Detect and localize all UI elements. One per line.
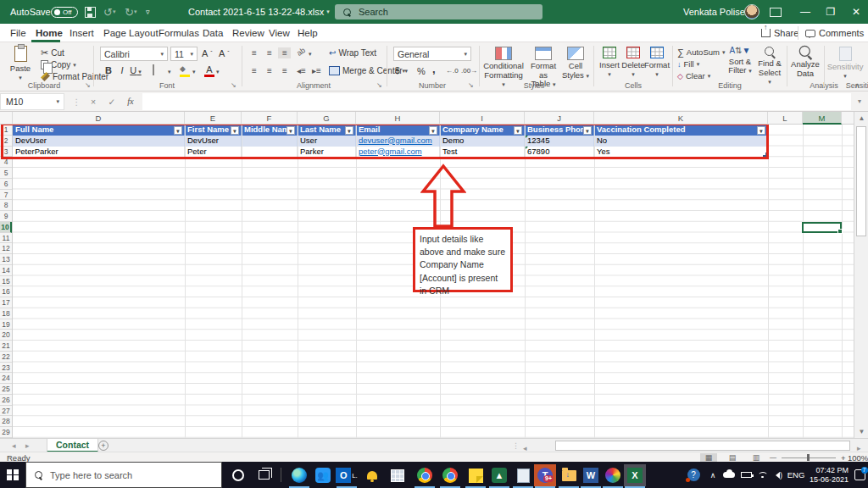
bold-button[interactable]: B [102, 64, 115, 77]
taskbar-notifications-app-button[interactable] [361, 464, 383, 486]
col-header-D[interactable]: D [13, 112, 185, 125]
font-color-button[interactable]: A [203, 64, 216, 77]
tray-show-hidden-icons[interactable]: ∧ [705, 462, 721, 488]
taskbar-chrome-profile2-button[interactable] [439, 464, 461, 486]
col-header-J[interactable]: J [525, 112, 594, 125]
taskbar-teams-button[interactable]: T9+ [534, 464, 556, 486]
align-left-button[interactable]: ≡ [248, 65, 260, 76]
row-header-16[interactable]: 16 [0, 286, 12, 297]
clipboard-dialog-launcher[interactable]: ↘ [85, 81, 91, 89]
format-cells-button[interactable]: Format▾ [646, 47, 668, 79]
col-header-L[interactable]: L [768, 112, 803, 125]
percent-style-button[interactable]: % [417, 65, 426, 76]
zoom-slider-thumb[interactable] [807, 454, 810, 461]
row-header-19[interactable]: 19 [0, 319, 12, 330]
scroll-up-button[interactable]: ▲ [854, 112, 868, 125]
row-header-29[interactable]: 29 [0, 427, 12, 438]
splitter-handle[interactable]: ⋮ [512, 439, 520, 452]
row-header-22[interactable]: 22 [0, 352, 12, 363]
row-header-5[interactable]: 5 [0, 168, 12, 179]
row-header-21[interactable]: 21 [0, 341, 12, 352]
grid-body[interactable]: 1234567891011121314151617181920212223242… [0, 125, 854, 438]
undo-button[interactable]: ↺▾ [103, 0, 115, 24]
tray-wifi-button[interactable] [754, 462, 770, 488]
taskbar-paint-button[interactable] [602, 464, 624, 486]
sort-filter-button[interactable]: A⇅▼ Sort &Filter ▾ [726, 47, 754, 76]
row-header-9[interactable]: 9 [0, 211, 12, 222]
avatar[interactable] [744, 0, 760, 24]
cell-styles-button[interactable]: CellStyles ▾ [561, 47, 590, 80]
row-header-26[interactable]: 26 [0, 395, 12, 406]
decrease-font-button[interactable]: Aˇ [219, 47, 230, 58]
zoom-in-button[interactable]: + [841, 453, 846, 463]
align-top-button[interactable]: ≡ [248, 47, 260, 58]
annotation-text-box[interactable]: Input details like above and make sure C… [413, 227, 513, 292]
decrease-indent-button[interactable]: ◂≡ [295, 65, 308, 76]
selected-cell-M10[interactable] [802, 222, 842, 234]
insert-cells-button[interactable]: Insert▾ [598, 47, 620, 79]
delete-cells-button[interactable]: Delete▾ [622, 47, 644, 79]
wrap-text-button[interactable]: ↩Wrap Text [329, 47, 376, 58]
accounting-format-button[interactable]: $▾ [395, 65, 405, 76]
row-header-8[interactable]: 8 [0, 200, 12, 211]
font-size-select[interactable]: 11▾ [170, 47, 198, 61]
orientation-button[interactable]: ab [295, 46, 307, 58]
row-header-10[interactable]: 10 [0, 222, 12, 233]
increase-decimal-button[interactable]: ←.0 [446, 65, 459, 76]
row-header-23[interactable]: 23 [0, 363, 12, 374]
align-middle-button[interactable]: ≡ [263, 47, 275, 58]
add-sheet-button[interactable]: + [98, 441, 108, 451]
enter-formula-button[interactable]: ✓ [103, 93, 120, 110]
col-header-I[interactable]: I [440, 112, 525, 125]
align-center-button[interactable]: ≡ [263, 65, 275, 76]
autosave-toggle[interactable]: Off [51, 0, 78, 24]
copy-button[interactable]: Copy ▾ [41, 59, 76, 70]
clear-button[interactable]: ◇Clear ▾ [677, 70, 710, 81]
scroll-down-button[interactable]: ▼ [854, 425, 868, 438]
restore-button[interactable]: ❐ [818, 0, 843, 24]
task-view-button[interactable] [253, 462, 275, 488]
fill-color-caret[interactable]: ▾ [192, 69, 196, 75]
expand-formula-bar-button[interactable]: ▾ [851, 93, 868, 110]
font-name-select[interactable]: Calibri▾ [100, 47, 168, 61]
zoom-out-button[interactable]: — [770, 453, 776, 461]
taskbar-notepad-button[interactable] [512, 464, 534, 486]
analyze-data-button[interactable]: AnalyzeData [790, 47, 821, 78]
col-header-K[interactable]: K [594, 112, 768, 125]
share-button[interactable]: Share [761, 25, 798, 41]
increase-indent-button[interactable]: ▸≡ [310, 65, 323, 76]
taskbar-word-button[interactable]: W [580, 464, 602, 486]
select-all-corner[interactable] [0, 112, 13, 125]
taskbar-chrome-button[interactable] [414, 464, 436, 486]
cortana-button[interactable] [227, 462, 249, 488]
row-header-12[interactable]: 12 [0, 243, 12, 254]
save-button[interactable] [85, 0, 96, 24]
col-header-E[interactable]: E [185, 112, 242, 125]
row-header-25[interactable]: 25 [0, 384, 12, 395]
align-bottom-button[interactable]: ≡ [278, 47, 291, 58]
font-color-caret[interactable]: ▾ [216, 69, 220, 75]
collapse-ribbon-button[interactable]: ∧ [854, 81, 860, 90]
customize-qat-button[interactable]: ▿ [146, 0, 150, 24]
horizontal-scroll-thumb[interactable] [555, 441, 850, 451]
cancel-formula-button[interactable]: × [85, 93, 102, 110]
sensitivity-button[interactable]: Sensitivity▾ [827, 47, 863, 80]
italic-button[interactable]: I [115, 64, 129, 77]
align-right-button[interactable]: ≡ [278, 65, 291, 76]
decrease-decimal-button[interactable]: .00→ [461, 65, 477, 76]
titlebar-search-box[interactable]: Search [335, 4, 542, 19]
col-header-M[interactable]: M [803, 112, 842, 125]
ribbon-display-options-button[interactable] [770, 0, 782, 24]
tab-data[interactable]: Data [201, 24, 225, 42]
row-header-20[interactable]: 20 [0, 330, 12, 341]
row-header-18[interactable]: 18 [0, 308, 12, 319]
autosum-button[interactable]: ∑AutoSum ▾ [677, 47, 725, 58]
normal-view-button[interactable]: ▦ [700, 453, 717, 463]
comma-style-button[interactable]: , [432, 64, 436, 75]
cut-button[interactable]: ✂Cut [41, 47, 64, 58]
col-header-G[interactable]: G [298, 112, 356, 125]
close-button[interactable]: ✕ [843, 0, 868, 24]
tray-help-button[interactable]: ? [683, 462, 704, 488]
zoom-level[interactable]: 100% [848, 453, 868, 463]
row-header-28[interactable]: 28 [0, 416, 12, 427]
